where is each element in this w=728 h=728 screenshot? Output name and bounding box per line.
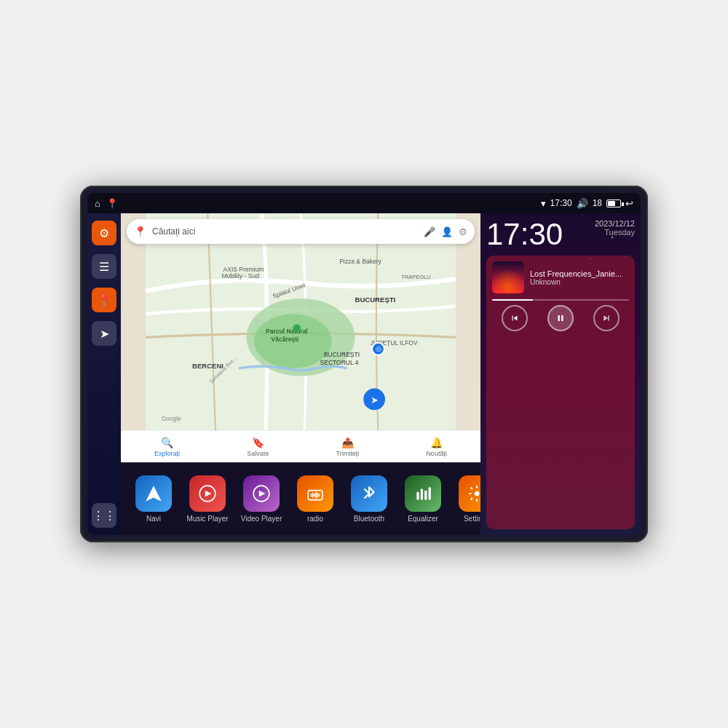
settings-icon: [459, 475, 480, 512]
main-area: ⚙ ☰ 📍 ➤ ⋮⋮ 📍 Căutați aici 🎤 👤 ⚙: [87, 213, 641, 535]
equalizer-label: Equalizer: [408, 515, 438, 523]
map-mic-icon[interactable]: 🎤: [424, 226, 435, 237]
svg-text:Văcărești: Văcărești: [272, 336, 299, 343]
map-search-input[interactable]: Căutați aici: [152, 226, 418, 237]
clock-date-value: 2023/12/12: [595, 219, 635, 228]
map-container[interactable]: 📍 Căutați aici 🎤 👤 ⚙: [121, 213, 480, 430]
saved-icon: 🔖: [252, 437, 264, 448]
map-nav-send[interactable]: 📤 Trimiteți: [336, 437, 360, 457]
music-title: Lost Frequencies_Janie...: [530, 269, 629, 278]
music-artist: Unknown: [530, 278, 629, 286]
music-prev-btn[interactable]: [502, 305, 528, 331]
svg-text:Pizza & Bakery: Pizza & Bakery: [339, 258, 381, 265]
map-settings-icon[interactable]: ⚙: [459, 226, 467, 237]
map-nav-news-label: Noutăți: [426, 450, 447, 457]
sidebar-apps-btn[interactable]: ⋮⋮: [92, 503, 116, 528]
map-svg: AXIS Premium Mobility - Sud Pizza & Bake…: [121, 213, 480, 430]
battery-fill: [608, 201, 615, 206]
app-settings[interactable]: Settings: [451, 475, 480, 523]
clock-display: 17:30: [486, 219, 563, 250]
album-art-image: [492, 261, 524, 293]
navi-label: Navi: [146, 515, 161, 523]
clock-day-value: Tuesday: [595, 228, 635, 237]
send-icon: 📤: [341, 437, 354, 448]
equalizer-icon: [405, 475, 441, 512]
sidebar-settings-btn[interactable]: ⚙: [92, 221, 116, 245]
video-player-icon: [243, 475, 280, 512]
status-bar: ⌂ 📍 ▾ 17:30 🔊 18 ↩: [87, 193, 641, 213]
radio-icon: [297, 475, 333, 512]
app-video-player[interactable]: Video Player: [236, 475, 287, 523]
map-bottom-nav: 🔍 Explorați 🔖 Salvate 📤 Trimiteți 🔔 Nout…: [121, 430, 480, 462]
svg-point-36: [475, 491, 480, 496]
sidebar-files-btn[interactable]: ☰: [92, 254, 116, 279]
map-nav-saved-label: Salvate: [247, 450, 269, 457]
sidebar-bottom: ⋮⋮: [92, 459, 116, 528]
bluetooth-label: Bluetooth: [354, 515, 384, 523]
maps-status-icon[interactable]: 📍: [106, 198, 118, 209]
svg-text:SECTORUL 4: SECTORUL 4: [320, 359, 359, 366]
album-art: [492, 261, 524, 293]
app-radio[interactable]: radio: [290, 475, 341, 523]
svg-text:➤: ➤: [371, 395, 379, 405]
music-player-icon: [189, 475, 226, 512]
music-progress-bar[interactable]: [492, 299, 629, 301]
svg-text:AXIS Premium: AXIS Premium: [223, 266, 264, 273]
map-nav-news[interactable]: 🔔 Noutăți: [426, 437, 447, 457]
device-screen: ⌂ 📍 ▾ 17:30 🔊 18 ↩ ⚙ ☰ 📍 ➤: [87, 193, 641, 535]
music-info: Lost Frequencies_Janie... Unknown: [530, 269, 629, 286]
app-music-player[interactable]: Music Player: [182, 475, 233, 523]
map-nav-send-label: Trimiteți: [336, 450, 360, 457]
settings-label: Settings: [464, 515, 480, 523]
wifi-icon: ▾: [541, 198, 546, 209]
map-nav-saved[interactable]: 🔖 Salvate: [247, 437, 269, 457]
right-panel: 17:30 2023/12/12 Tuesday Lost Frequencie…: [480, 213, 641, 535]
clock-widget: 17:30 2023/12/12 Tuesday: [486, 219, 635, 250]
svg-rect-33: [421, 489, 423, 500]
device-frame: ⌂ 📍 ▾ 17:30 🔊 18 ↩ ⚙ ☰ 📍 ➤: [80, 186, 648, 542]
map-search-bar[interactable]: 📍 Căutați aici 🎤 👤 ⚙: [127, 219, 475, 244]
volume-icon: 🔊: [577, 198, 588, 209]
map-nav-explore[interactable]: 🔍 Explorați: [154, 437, 180, 457]
back-icon[interactable]: ↩: [625, 198, 633, 209]
home-icon[interactable]: ⌂: [95, 198, 100, 209]
music-player-label: Music Player: [186, 515, 228, 523]
svg-text:Parcul Natural: Parcul Natural: [266, 328, 308, 335]
news-icon: 🔔: [430, 437, 443, 448]
svg-text:Mobility - Sud: Mobility - Sud: [221, 272, 259, 280]
battery-icon: [606, 199, 621, 207]
clock-date: 2023/12/12 Tuesday: [595, 219, 635, 237]
app-equalizer[interactable]: Equalizer: [397, 475, 448, 523]
music-progress-fill: [492, 299, 533, 301]
battery-number: 18: [593, 198, 602, 208]
svg-text:Google: Google: [161, 415, 181, 422]
music-controls: [492, 305, 629, 331]
music-pause-btn[interactable]: [547, 305, 574, 331]
music-now-playing: Lost Frequencies_Janie... Unknown: [492, 261, 629, 293]
sidebar-nav-btn[interactable]: ➤: [92, 321, 116, 346]
map-user-icon[interactable]: 👤: [441, 226, 453, 237]
radio-label: radio: [307, 515, 323, 523]
status-left: ⌂ 📍: [95, 198, 118, 209]
svg-rect-32: [416, 492, 419, 500]
video-player-label: Video Player: [241, 515, 282, 523]
center-area: 📍 Căutați aici 🎤 👤 ⚙: [121, 213, 480, 535]
status-right: ▾ 17:30 🔊 18 ↩: [541, 198, 633, 209]
svg-text:TRAPEOLU: TRAPEOLU: [401, 274, 430, 280]
left-sidebar: ⚙ ☰ 📍 ➤ ⋮⋮: [87, 213, 121, 535]
music-widget: Lost Frequencies_Janie... Unknown: [486, 256, 635, 529]
map-nav-explore-label: Explorați: [154, 450, 180, 457]
music-next-btn[interactable]: [593, 305, 620, 331]
svg-rect-25: [308, 491, 323, 500]
app-bluetooth[interactable]: Bluetooth: [344, 475, 395, 523]
svg-text:BUCUREȘTI: BUCUREȘTI: [324, 351, 360, 358]
explore-icon: 🔍: [161, 437, 173, 448]
navi-icon: [135, 475, 172, 512]
svg-rect-34: [424, 491, 427, 500]
map-pin-icon: 📍: [134, 226, 146, 237]
sidebar-maps-btn[interactable]: 📍: [92, 288, 116, 312]
app-grid-bar: Navi Music Player Video Player: [121, 462, 480, 535]
svg-text:◎: ◎: [376, 345, 381, 352]
app-navi[interactable]: Navi: [128, 475, 179, 523]
svg-rect-35: [429, 487, 431, 499]
